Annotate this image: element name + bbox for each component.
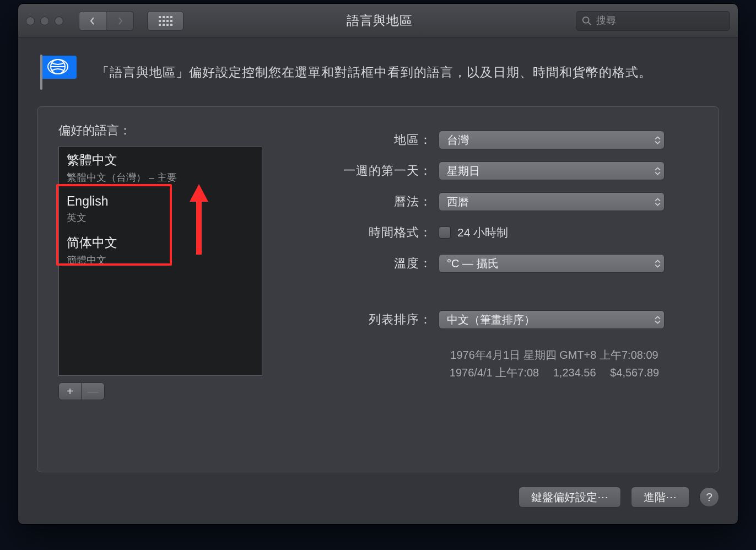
search-icon [582, 16, 592, 26]
zoom-window-button[interactable] [55, 17, 63, 25]
traffic-lights [26, 17, 63, 25]
svg-rect-2 [40, 55, 42, 90]
language-item-zh-cn[interactable]: 简体中文 簡體中文 [59, 230, 262, 272]
region-popup[interactable]: 台灣 [439, 131, 665, 149]
language-item-name: 简体中文 [67, 234, 254, 251]
updown-icon [655, 136, 661, 144]
24hour-checkbox[interactable] [439, 227, 451, 239]
updown-icon [655, 260, 661, 268]
svg-point-0 [583, 17, 589, 23]
calendar-value: 西曆 [447, 195, 469, 209]
search-input[interactable] [596, 15, 724, 26]
language-region-icon [37, 52, 80, 92]
format-example: 1976年4月1日 星期四 GMT+8 上午7:08:09 1976/4/1 上… [439, 346, 670, 381]
region-label: 地區： [306, 132, 439, 148]
format-settings: 地區： 台灣 一週的第一天： 星期日 曆法： [306, 122, 698, 456]
updown-icon [655, 198, 661, 206]
24hour-text: 24 小時制 [457, 225, 508, 240]
minimize-window-button[interactable] [40, 17, 49, 25]
preferred-languages-label: 偏好的語言： [58, 122, 279, 139]
sortorder-label: 列表排序： [306, 311, 439, 328]
show-all-button[interactable] [147, 11, 183, 31]
language-item-name: English [67, 194, 254, 209]
language-item-sub: 英文 [67, 211, 254, 224]
firstday-value: 星期日 [447, 164, 480, 179]
sortorder-popup[interactable]: 中文（筆畫排序） [439, 310, 665, 329]
advanced-button[interactable]: 進階⋯ [631, 487, 689, 508]
remove-language-button[interactable]: — [82, 382, 105, 400]
language-item-name: 繁體中文 [67, 152, 254, 169]
firstday-popup[interactable]: 星期日 [439, 161, 665, 180]
heading-text: 「語言與地區」偏好設定控制您在選單和對話框中看到的語言，以及日期、時間和貨幣的格… [96, 63, 652, 82]
close-window-button[interactable] [26, 17, 35, 25]
language-item-en[interactable]: English 英文 [59, 190, 262, 230]
sortorder-value: 中文（筆畫排序） [447, 312, 535, 327]
timeformat-label: 時間格式： [306, 224, 439, 241]
window-title: 語言與地區 [189, 12, 570, 29]
language-item-sub: 繁體中文（台灣） – 主要 [67, 171, 254, 184]
example-line2: 1976/4/1 上午7:08 1,234.56 $4,567.89 [439, 364, 670, 381]
svg-line-1 [588, 22, 591, 25]
language-list[interactable]: 繁體中文 繁體中文（台灣） – 主要 English 英文 简体中文 簡體中文 [58, 147, 262, 376]
calendar-label: 曆法： [306, 193, 439, 210]
chevron-right-icon [116, 17, 124, 25]
forward-button[interactable] [106, 11, 134, 31]
footer-buttons: 鍵盤偏好設定⋯ 進階⋯ ? [37, 487, 719, 508]
chevron-left-icon [89, 17, 96, 25]
updown-icon [655, 316, 661, 324]
region-value: 台灣 [447, 133, 469, 148]
help-button[interactable]: ? [699, 487, 719, 507]
temperature-label: 溫度： [306, 255, 439, 272]
updown-icon [655, 167, 661, 175]
back-button[interactable] [79, 11, 106, 31]
add-remove-buttons: + — [58, 382, 279, 400]
content: 「語言與地區」偏好設定控制您在選單和對話框中看到的語言，以及日期、時間和貨幣的格… [18, 38, 738, 524]
keyboard-prefs-button[interactable]: 鍵盤偏好設定⋯ [519, 487, 621, 508]
heading: 「語言與地區」偏好設定控制您在選單和對話框中看到的語言，以及日期、時間和貨幣的格… [37, 52, 719, 92]
search-field[interactable] [576, 11, 730, 31]
firstday-label: 一週的第一天： [306, 163, 439, 179]
example-line1: 1976年4月1日 星期四 GMT+8 上午7:08:09 [439, 346, 670, 364]
language-item-zh-tw[interactable]: 繁體中文 繁體中文（台灣） – 主要 [59, 147, 262, 190]
nav-back-forward [79, 11, 134, 31]
calendar-popup[interactable]: 西曆 [439, 192, 665, 211]
preferred-languages-section: 偏好的語言： 繁體中文 繁體中文（台灣） – 主要 English 英文 简体中… [58, 122, 279, 456]
preferences-window: 語言與地區 「語言與地區」偏好設定控制您在選單和對話框中看到的語言，以及日期 [18, 3, 738, 525]
temperature-value: °C — 攝氏 [447, 256, 499, 271]
settings-panel: 偏好的語言： 繁體中文 繁體中文（台灣） – 主要 English 英文 简体中… [37, 106, 719, 472]
grid-icon [159, 16, 172, 26]
temperature-popup[interactable]: °C — 攝氏 [439, 254, 665, 273]
titlebar: 語言與地區 [18, 4, 738, 38]
language-item-sub: 簡體中文 [67, 254, 254, 267]
add-language-button[interactable]: + [58, 382, 82, 400]
